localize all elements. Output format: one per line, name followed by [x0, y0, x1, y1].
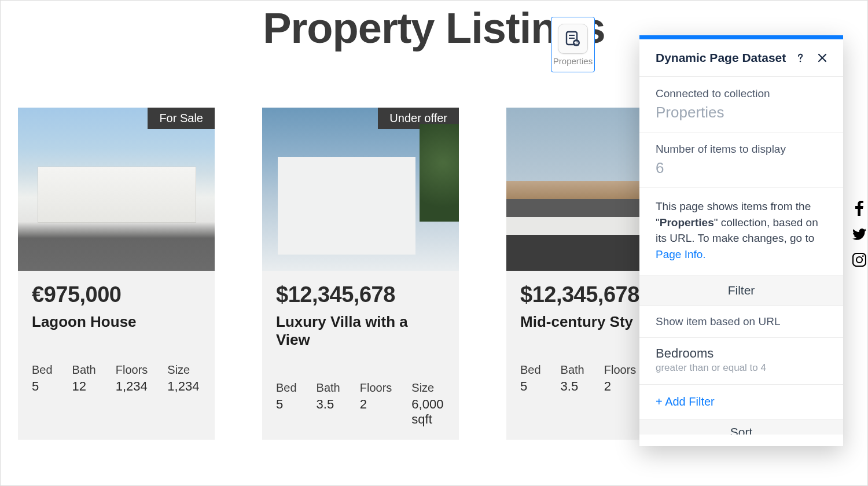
svg-point-6 [856, 257, 862, 263]
dataset-badge-label: Properties [553, 56, 593, 66]
sort-section-header: Sort [639, 419, 843, 435]
add-filter-button[interactable]: + Add Filter [639, 385, 843, 419]
listing-photo: For Sale [18, 108, 215, 271]
dataset-element-badge[interactable]: Properties [551, 17, 595, 72]
items-count-section[interactable]: Number of items to display 6 [639, 132, 843, 188]
stat-value: 3.5 [561, 379, 584, 394]
stat-value: 5 [520, 379, 541, 394]
panel-header: Dynamic Page Dataset [639, 39, 843, 77]
status-badge: For Sale [148, 108, 215, 129]
panel-title: Dynamic Page Dataset [656, 51, 786, 65]
stat-label: Bath [72, 363, 96, 377]
stat-label: Bath [561, 363, 584, 377]
items-count-value: 6 [656, 159, 827, 177]
listing-card[interactable]: For Sale €975,000 Lagoon House Bed5 Bath… [18, 108, 215, 440]
stat-value: 2 [604, 379, 637, 394]
filter-section-header: Filter [639, 275, 843, 306]
stat-value: 12 [72, 379, 96, 394]
filter-rule-field: Bedrooms [656, 346, 827, 361]
stat-label: Size [167, 363, 199, 377]
svg-point-4 [800, 61, 801, 62]
close-icon[interactable] [814, 50, 830, 66]
help-icon[interactable] [792, 50, 808, 66]
stat-label: Bed [276, 381, 297, 395]
svg-rect-5 [853, 253, 866, 266]
social-rail [851, 201, 867, 267]
status-badge: Under offer [378, 108, 459, 129]
filter-show-label: Show item based on URL [639, 306, 843, 338]
stat-value: 1,234 [167, 379, 199, 394]
stat-label: Floors [604, 363, 637, 377]
stat-label: Bath [317, 381, 340, 395]
stat-value: 3.5 [317, 397, 340, 412]
card-body: €975,000 Lagoon House Bed5 Bath12 Floors… [18, 271, 215, 407]
listing-name: Lagoon House [32, 313, 201, 331]
field-value: Properties [656, 104, 827, 122]
filter-rule-condition: greater than or equal to 4 [656, 362, 827, 374]
field-label: Number of items to display [656, 143, 827, 156]
panel-accent [639, 35, 843, 39]
dataset-settings-panel: Dynamic Page Dataset Connected to collec… [639, 35, 843, 446]
listing-price: €975,000 [32, 282, 201, 307]
connected-collection-section: Connected to collection Properties [639, 77, 843, 132]
stat-label: Floors [360, 381, 392, 395]
stat-value: 5 [276, 397, 297, 412]
stat-value: 2 [360, 397, 392, 412]
page-info-link[interactable]: Page Info. [656, 248, 706, 260]
instagram-icon[interactable] [852, 253, 866, 267]
svg-point-3 [573, 39, 580, 46]
listing-price: $12,345,678 [276, 282, 445, 307]
desc-collection-name: Properties [660, 216, 714, 229]
card-body: $12,345,678 Luxury Villa with a View Bed… [262, 271, 459, 440]
field-label: Connected to collection [656, 87, 827, 100]
listing-card[interactable]: Under offer $12,345,678 Luxury Villa wit… [262, 108, 459, 440]
twitter-icon[interactable] [852, 229, 866, 240]
facebook-icon[interactable] [855, 201, 864, 216]
description-section: This page shows items from the "Properti… [639, 188, 843, 275]
listing-photo: Under offer [262, 108, 459, 271]
stat-label: Bed [520, 363, 541, 377]
stat-label: Bed [32, 363, 53, 377]
stat-value: 1,234 [116, 379, 148, 394]
svg-point-7 [862, 255, 864, 257]
stat-value: 6,000 sqft [411, 397, 445, 427]
stat-value: 5 [32, 379, 53, 394]
stat-label: Size [411, 381, 445, 395]
filter-rule[interactable]: Bedrooms greater than or equal to 4 [639, 338, 843, 385]
listing-name: Luxury Villa with a View [276, 313, 445, 349]
dataset-icon [558, 24, 588, 54]
stat-label: Floors [116, 363, 148, 377]
